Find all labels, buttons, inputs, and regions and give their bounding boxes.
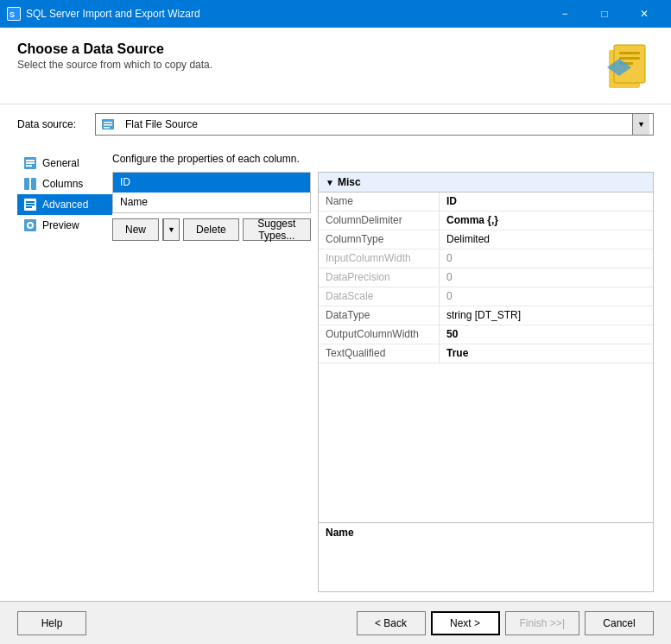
svg-rect-16 [24, 178, 29, 190]
column-buttons: New ▼ Delete Suggest Types... [112, 213, 311, 241]
datasource-row: Data source: Flat File Source ▼ [0, 104, 671, 144]
svg-rect-10 [104, 124, 112, 126]
nav-preview-label: Preview [42, 219, 79, 231]
general-icon [23, 156, 37, 170]
content-area: General Columns [0, 144, 671, 601]
page-title: Choose a Data Source [17, 41, 212, 57]
svg-rect-13 [26, 160, 35, 161]
prop-value-inputwidth[interactable]: 0 [440, 249, 653, 268]
svg-rect-17 [31, 178, 36, 190]
nav-advanced-label: Advanced [42, 199, 88, 211]
nav-item-preview[interactable]: Preview [17, 215, 112, 236]
prop-row-dataprecision: DataPrecision 0 [319, 268, 653, 287]
prop-row-coldelim: ColumnDelimiter Comma {,} [319, 212, 653, 230]
prop-row-coltype: ColumnType Delimited [319, 230, 653, 249]
prop-value-outputwidth[interactable]: 50 [440, 325, 653, 344]
prop-row-datascale: DataScale 0 [319, 287, 653, 306]
svg-rect-9 [104, 122, 112, 123]
prop-row-datatype: DataType string [DT_STR] [319, 306, 653, 325]
suggest-types-button[interactable]: Suggest Types... [243, 218, 311, 241]
prop-name-name: Name [319, 193, 440, 211]
prop-name-dataprecision: DataPrecision [319, 268, 440, 287]
flatfile-icon [99, 116, 117, 133]
close-button[interactable]: ✕ [624, 0, 664, 28]
prop-name-outputwidth: OutputColumnWidth [319, 325, 440, 344]
nav-columns-label: Columns [42, 178, 83, 190]
title-bar-left: S SQL Server Import and Export Wizard [7, 7, 200, 21]
svg-rect-21 [26, 206, 32, 208]
svg-rect-20 [26, 204, 35, 205]
title-bar: S SQL Server Import and Export Wizard − … [0, 0, 671, 28]
datasource-label: Data source: [17, 118, 86, 130]
svg-point-24 [28, 224, 32, 227]
new-button[interactable]: New [112, 218, 159, 241]
prop-value-coltype[interactable]: Delimited [440, 230, 653, 249]
footer-right: < Back Next > Finish >>| Cancel [357, 611, 654, 635]
page-subtitle: Select the source from which to copy dat… [17, 59, 212, 71]
svg-rect-19 [26, 201, 35, 203]
prop-name-datatype: DataType [319, 306, 440, 325]
column-section: ID Name New ▼ Delete Suggest Types... [112, 172, 311, 592]
next-button[interactable]: Next > [431, 611, 500, 635]
new-split-arrow[interactable]: ▼ [163, 219, 179, 240]
nav-general-label: General [42, 157, 79, 169]
help-button[interactable]: Help [17, 611, 86, 635]
back-button[interactable]: < Back [357, 611, 426, 635]
column-item-id[interactable]: ID [113, 173, 310, 193]
prop-value-textqualified[interactable]: True [440, 344, 653, 363]
svg-rect-15 [26, 165, 32, 167]
prop-name-datascale: DataScale [319, 287, 440, 306]
svg-rect-11 [104, 127, 110, 129]
column-list[interactable]: ID Name [112, 172, 311, 213]
prop-row-inputwidth: InputColumnWidth 0 [319, 249, 653, 268]
new-split-button[interactable]: ▼ [162, 218, 180, 241]
right-content: Configure the properties of each column.… [112, 144, 654, 601]
collapse-icon: ▼ [326, 178, 334, 187]
columns-icon [23, 177, 37, 191]
prop-name-inputwidth: InputColumnWidth [319, 249, 440, 268]
datasource-dropdown[interactable]: Flat File Source ▼ [95, 113, 654, 136]
header-icon [602, 41, 654, 93]
minimize-button[interactable]: − [545, 0, 585, 28]
maximize-button[interactable]: □ [585, 0, 624, 28]
prop-value-coldelim[interactable]: Comma {,} [440, 212, 653, 230]
prop-section-misc: ▼ Misc [319, 173, 653, 193]
nav-item-columns[interactable]: Columns [17, 174, 112, 194]
properties-section: ▼ Misc Name ID ColumnDelimiter Comma {,} [318, 172, 654, 592]
footer-left: Help [17, 611, 86, 635]
prop-section-label: Misc [338, 176, 361, 188]
prop-name-textqualified: TextQualified [319, 344, 440, 363]
nav-item-advanced[interactable]: Advanced [17, 194, 112, 215]
prop-value-datascale[interactable]: 0 [440, 287, 653, 306]
advanced-icon [23, 198, 37, 212]
prop-value-dataprecision[interactable]: 0 [440, 268, 653, 287]
datasource-arrow[interactable]: ▼ [632, 114, 649, 135]
header: Choose a Data Source Select the source f… [0, 28, 671, 104]
preview-icon [23, 218, 37, 232]
finish-button[interactable]: Finish >>| [505, 611, 579, 635]
prop-value-datatype[interactable]: string [DT_STR] [440, 306, 653, 325]
title-bar-controls: − □ ✕ [545, 0, 664, 28]
prop-name-coldelim: ColumnDelimiter [319, 212, 440, 230]
prop-row-outputwidth: OutputColumnWidth 50 [319, 325, 653, 344]
name-desc-title: Name [326, 527, 646, 539]
app-icon: S [7, 7, 21, 21]
main-window: Choose a Data Source Select the source f… [0, 28, 671, 644]
prop-row-name: Name ID [319, 193, 653, 212]
name-desc-panel: Name [318, 523, 654, 592]
header-text: Choose a Data Source Select the source f… [17, 41, 212, 71]
datasource-value: Flat File Source [122, 118, 632, 130]
nav-item-general[interactable]: General [17, 153, 112, 174]
cancel-button[interactable]: Cancel [585, 611, 654, 635]
prop-value-name[interactable]: ID [440, 193, 653, 211]
left-nav: General Columns [17, 144, 112, 601]
prop-name-coltype: ColumnType [319, 230, 440, 249]
columns-props-area: ID Name New ▼ Delete Suggest Types... [112, 172, 654, 592]
prop-row-textqualified: TextQualified True [319, 344, 653, 363]
configure-label: Configure the properties of each column. [112, 153, 654, 165]
column-item-name[interactable]: Name [113, 193, 310, 212]
properties-panel: ▼ Misc Name ID ColumnDelimiter Comma {,} [318, 172, 654, 523]
svg-rect-5 [619, 57, 640, 60]
delete-button[interactable]: Delete [183, 218, 239, 241]
svg-rect-4 [619, 52, 640, 54]
